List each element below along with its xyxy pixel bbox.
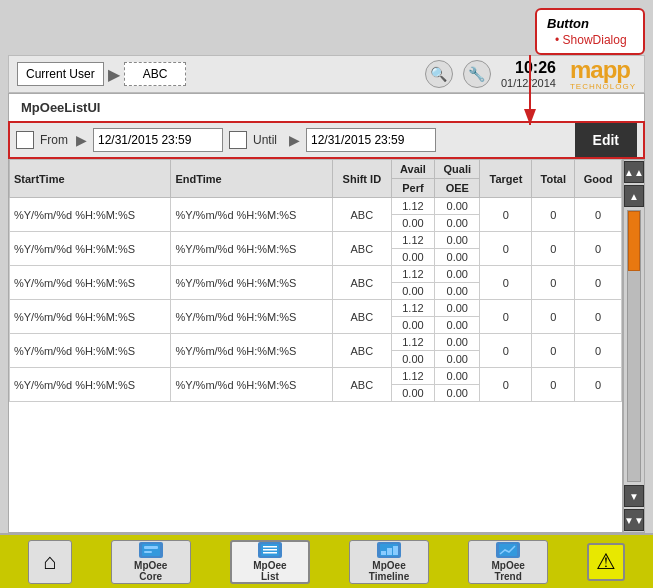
target-val: 0 [480,198,532,232]
logo-section: mapp TECHNOLOGY [570,58,636,91]
shift-id: ABC [332,266,391,300]
table-area: StartTime EndTime Shift ID Avail Quali T… [8,159,623,533]
until-label: Until [253,133,283,147]
end-time-1: %Y/%m/%d %H:%M:%S [171,368,332,402]
svg-rect-2 [142,544,160,556]
avail-val: 1.12 [391,300,434,317]
callout-item: • ShowDialog [547,33,633,47]
total-val: 0 [532,300,575,334]
end-time-1: %Y/%m/%d %H:%M:%S [171,198,332,232]
start-time-1: %Y/%m/%d %H:%M:%S [10,198,171,232]
top-bar: Current User ▶ ABC 🔍 🔧 10:26 01/12/2014 … [8,55,645,93]
top-icons: 🔍 🔧 [425,60,491,88]
target-val: 0 [480,300,532,334]
svg-rect-10 [381,551,386,555]
svg-rect-6 [263,546,277,548]
oee-val: 0.00 [435,317,480,334]
home-button[interactable]: ⌂ [28,540,72,584]
col-starttime: StartTime [10,160,171,198]
scroll-top-btn[interactable]: ▲▲ [624,161,644,183]
start-time-1: %Y/%m/%d %H:%M:%S [10,266,171,300]
user-section: Current User ▶ ABC [17,62,425,86]
total-val: 0 [532,232,575,266]
settings-icon[interactable]: 🔧 [463,60,491,88]
col-perf: Perf [391,179,434,198]
good-val: 0 [575,232,622,266]
table-row: %Y/%m/%d %H:%M:%S %Y/%m/%d %H:%M:%S ABC … [10,198,622,215]
svg-rect-3 [144,546,158,549]
scroll-track[interactable] [627,210,641,482]
tab-timeline-svg [379,543,399,557]
warning-button[interactable]: ⚠ [587,543,625,581]
user-label: Current User [26,67,95,81]
scroll-up-btn[interactable]: ▲ [624,185,644,207]
quali-val: 0.00 [435,334,480,351]
shift-id: ABC [332,334,391,368]
tab-list-icon [258,542,282,558]
time-display: 10:26 [501,59,556,77]
shift-id: ABC [332,300,391,334]
target-val: 0 [480,334,532,368]
oee-val: 0.00 [435,385,480,402]
table-row: %Y/%m/%d %H:%M:%S %Y/%m/%d %H:%M:%S ABC … [10,300,622,317]
tab-timeline-icon [377,542,401,558]
good-val: 0 [575,334,622,368]
start-time-1: %Y/%m/%d %H:%M:%S [10,368,171,402]
oee-val: 0.00 [435,249,480,266]
start-time-1: %Y/%m/%d %H:%M:%S [10,334,171,368]
scroll-bottom-btn[interactable]: ▼▼ [624,509,644,531]
tab-timeline-label: MpOee Timeline [369,560,409,582]
tab-core-svg [141,543,161,557]
logo-tech: TECHNOLOGY [570,82,636,91]
tab-list-svg [260,543,280,557]
quali-val: 0.00 [435,266,480,283]
quali-val: 0.00 [435,232,480,249]
from-arrow-icon: ▶ [76,132,87,148]
shift-id: ABC [332,198,391,232]
shift-id: ABC [332,368,391,402]
filter-bar: From ▶ Until ▶ Edit [8,121,645,159]
tab-mpoee-trend[interactable]: MpOee Trend [468,540,548,584]
time-section: 10:26 01/12/2014 [501,59,556,89]
until-checkbox[interactable] [229,131,247,149]
tab-mpoee-list[interactable]: MpOee List [230,540,310,584]
until-arrow-icon: ▶ [289,132,300,148]
scrollbar[interactable]: ▲▲ ▲ ▼ ▼▼ [623,159,645,533]
shift-id: ABC [332,232,391,266]
col-quali: Quali [435,160,480,179]
tab-mpoee-timeline[interactable]: MpOee Timeline [349,540,429,584]
tab-list-label: MpOee List [253,560,286,582]
total-val: 0 [532,368,575,402]
from-checkbox[interactable] [16,131,34,149]
end-time-1: %Y/%m/%d %H:%M:%S [171,266,332,300]
perf-val: 0.00 [391,249,434,266]
tab-core-label: MpOee Core [134,560,167,582]
scroll-down-btn[interactable]: ▼ [624,485,644,507]
user-box[interactable]: Current User [17,62,104,86]
callout-title: Button [547,16,633,31]
tab-mpoee-core[interactable]: MpOee Core [111,540,191,584]
perf-val: 0.00 [391,317,434,334]
oee-val: 0.00 [435,283,480,300]
bottom-nav: ⌂ MpOee Core MpOee List [0,533,653,588]
user-arrow-icon: ▶ [108,65,120,84]
until-input[interactable] [306,128,436,152]
col-avail: Avail [391,160,434,179]
avail-val: 1.12 [391,232,434,249]
data-table: StartTime EndTime Shift ID Avail Quali T… [9,159,622,402]
edit-button[interactable]: Edit [575,123,637,157]
avail-val: 1.12 [391,334,434,351]
start-time-1: %Y/%m/%d %H:%M:%S [10,232,171,266]
abc-box[interactable]: ABC [124,62,187,86]
quali-val: 0.00 [435,300,480,317]
search-icon[interactable]: 🔍 [425,60,453,88]
from-input[interactable] [93,128,223,152]
target-val: 0 [480,266,532,300]
svg-rect-7 [263,549,277,551]
avail-val: 1.12 [391,198,434,215]
date-display: 01/12/2014 [501,77,556,89]
svg-rect-4 [144,551,152,553]
table-row: %Y/%m/%d %H:%M:%S %Y/%m/%d %H:%M:%S ABC … [10,334,622,351]
col-good: Good [575,160,622,198]
quali-val: 0.00 [435,198,480,215]
